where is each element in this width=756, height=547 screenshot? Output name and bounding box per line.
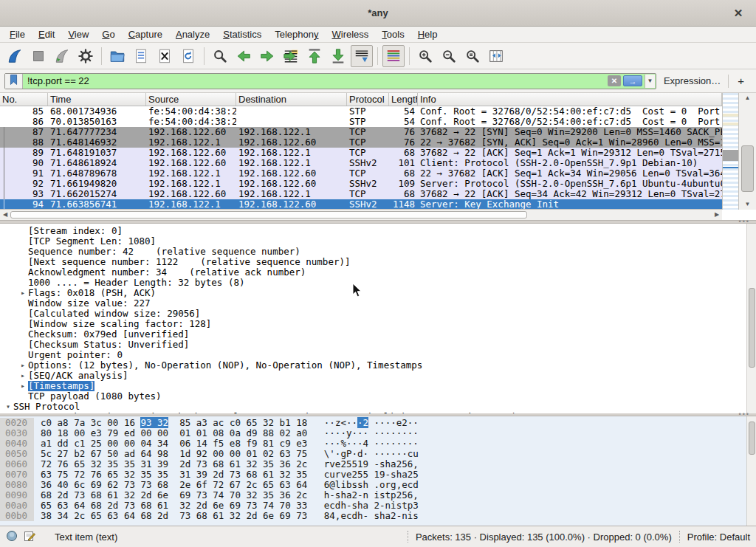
start-capture-button[interactable] [4,45,26,67]
expander-icon[interactable]: ▸ [18,371,28,381]
detail-line[interactable]: Checksum: 0x79ed [unverified] [0,329,746,340]
hex-row-0040[interactable]: 0040a1 dd c1 25 00 00 04 34 06 14 f5 e8 … [0,438,746,449]
detail-line[interactable]: ▸[SEQ/ACK analysis] [0,371,746,381]
hex-row-0060[interactable]: 006072 76 65 32 35 35 31 39 2d 73 68 61 … [0,459,746,469]
column-header-time[interactable]: Time [48,93,146,106]
hex-row-0030[interactable]: 003080 18 00 e3 79 ed 00 00 01 01 08 0a … [0,428,746,438]
hex-row-00b0[interactable]: 00b038 34 2c 65 63 64 68 2d 73 68 61 32 … [0,511,746,521]
detail-line[interactable]: Window size value: 227 [0,298,746,309]
expression-button[interactable]: Expression… [656,75,728,86]
display-filter-input[interactable]: !tcp.port == 22 ✕ → ▼ [4,73,656,89]
packet-row-94[interactable]: 9471.663856741192.168.122.1192.168.122.6… [0,199,722,210]
resize-columns-button[interactable] [485,45,507,67]
menu-item-tools[interactable]: Tools [375,27,410,41]
packet-row-87[interactable]: 8771.647777234192.168.122.60192.168.122.… [0,127,722,137]
go-first-packet-button[interactable] [303,45,326,67]
packet-row-93[interactable]: 9371.662015274192.168.122.60192.168.122.… [0,189,722,199]
expander-icon[interactable]: ▾ [3,402,13,412]
column-header-protocol[interactable]: Protocol [347,93,389,106]
detail-line[interactable]: [Window size scaling factor: 128] [0,319,746,329]
clear-filter-button[interactable]: ✕ [608,75,621,86]
capture-comment-icon[interactable] [24,530,35,544]
detail-line[interactable]: [Calculated window size: 29056] [0,309,746,319]
menu-item-wireless[interactable]: Wireless [326,27,376,41]
detail-line[interactable]: Acknowledgment number: 34 (relative ack … [0,267,746,278]
detail-line[interactable]: Urgent pointer: 0 [0,350,746,360]
hex-row-0050[interactable]: 00505c 27 b2 67 50 ad 64 98 1d 92 00 00 … [0,449,746,459]
restart-capture-button[interactable] [51,45,73,67]
packet-list-hscrollbar[interactable]: ◀ ▶ [0,209,722,220]
column-header-info[interactable]: Info [418,93,722,106]
detail-line[interactable]: TCP payload (1080 bytes) [0,391,746,402]
packet-row-85[interactable]: 8568.001734936fe:54:00:d4:38:2aSTP54Conf… [0,106,722,117]
menu-item-analyze[interactable]: Analyze [169,27,216,41]
hex-scroll-thumb[interactable] [749,422,755,454]
hex-row-0080[interactable]: 008036 40 6c 69 62 73 73 68 2e 6f 72 67 … [0,480,746,490]
go-to-packet-button[interactable] [280,45,302,67]
capture-options-button[interactable] [75,45,97,67]
hex-vscrollbar[interactable] [746,416,756,526]
scroll-right-arrow-icon[interactable]: ▶ [712,210,722,220]
column-header-no[interactable]: No. [0,93,48,106]
hex-row-0090[interactable]: 009068 2d 73 68 61 32 2d 6e 69 73 74 70 … [0,490,746,500]
expander-icon[interactable]: ▸ [18,381,28,391]
detail-line[interactable]: ▸Options: (12 bytes), No-Operation (NOP)… [0,360,746,371]
detail-line[interactable]: [Checksum Status: Unverified] [0,340,746,350]
auto-scroll-toggle[interactable] [351,45,373,67]
details-vscrollbar[interactable] [746,224,756,413]
colorize-toggle[interactable] [382,45,405,67]
expert-info-icon[interactable] [6,530,18,544]
detail-line[interactable]: ▾SSH Protocol [0,402,746,412]
menu-item-telephony[interactable]: Telephony [268,27,325,41]
reload-file-button[interactable] [177,45,199,67]
detail-line[interactable]: ▸[Timestamps] [0,381,746,391]
filter-text[interactable]: !tcp.port == 22 [23,75,608,86]
packet-minimap[interactable] [722,93,738,210]
column-header-source[interactable]: Source [146,93,236,106]
menu-item-file[interactable]: File [3,27,32,41]
detail-line[interactable]: 1000 .... = Header Length: 32 bytes (8) [0,278,746,288]
menu-item-edit[interactable]: Edit [32,27,61,41]
detail-line[interactable]: Sequence number: 42 (relative sequence n… [0,247,746,257]
open-file-button[interactable] [106,45,128,67]
column-header-destination[interactable]: Destination [236,93,347,106]
close-icon[interactable]: ✕ [731,6,746,21]
zoom-in-button[interactable] [414,45,436,67]
detail-line[interactable]: ▸Flags: 0x018 (PSH, ACK) [0,288,746,298]
packet-row-88[interactable]: 8871.648146932192.168.122.1192.168.122.6… [0,137,722,148]
hex-row-00a0[interactable]: 00a065 63 64 68 2d 73 68 61 32 2d 6e 69 … [0,500,746,511]
packet-row-92[interactable]: 9271.661949820192.168.122.1192.168.122.6… [0,179,722,189]
details-scroll-thumb[interactable] [749,288,755,368]
packet-list-vscrollbar[interactable]: ▲ ▼ [738,93,756,210]
zoom-out-button[interactable] [438,45,460,67]
filter-bookmark-button[interactable] [5,74,23,89]
expander-icon[interactable]: ▸ [18,288,28,298]
zoom-reset-button[interactable] [461,45,484,67]
scroll-up-arrow-icon[interactable]: ▲ [739,93,756,103]
detail-line[interactable]: [TCP Segment Len: 1080] [0,236,746,247]
filter-history-caret[interactable]: ▼ [645,75,655,88]
profile-text[interactable]: Profile: Default [687,531,750,543]
scroll-left-arrow-icon[interactable]: ◀ [0,210,10,220]
go-last-packet-button[interactable] [327,45,349,67]
expander-icon[interactable]: ▸ [18,360,28,371]
packet-row-86[interactable]: 8670.013850163fe:54:00:d4:38:2aSTP54Conf… [0,117,722,127]
menu-item-view[interactable]: View [61,27,95,41]
stop-capture-button[interactable] [27,45,49,67]
go-forward-button[interactable] [256,45,278,67]
scroll-down-arrow-icon[interactable]: ▼ [739,199,756,210]
add-filter-button[interactable]: + [729,75,752,87]
menu-item-go[interactable]: Go [95,27,121,41]
vscroll-thumb[interactable] [741,145,754,192]
save-file-button[interactable] [130,45,152,67]
go-back-button[interactable] [233,45,255,67]
apply-filter-button[interactable]: → [623,75,642,86]
packet-row-91[interactable]: 9171.648789678192.168.122.1192.168.122.6… [0,168,722,179]
menu-item-statistics[interactable]: Statistics [216,27,268,41]
hex-row-0070[interactable]: 007063 75 72 76 65 32 35 35 31 39 2d 73 … [0,469,746,480]
close-file-button[interactable] [154,45,176,67]
packet-row-90[interactable]: 9071.648618924192.168.122.60192.168.122.… [0,158,722,168]
menu-item-capture[interactable]: Capture [122,27,169,41]
column-header-length[interactable]: Length [389,93,418,106]
packet-row-89[interactable]: 8971.648191037192.168.122.60192.168.122.… [0,148,722,158]
